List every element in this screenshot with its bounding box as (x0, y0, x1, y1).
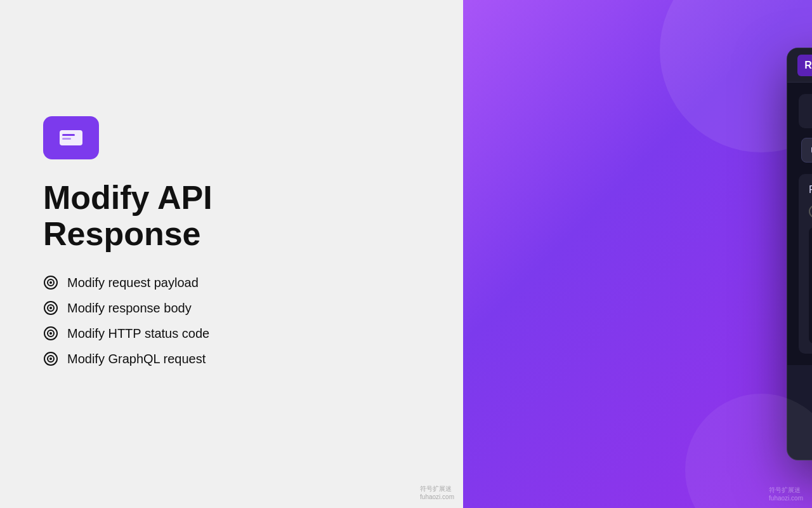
svg-point-8 (49, 307, 52, 309)
app-logo: R (797, 55, 812, 76)
svg-point-5 (49, 281, 52, 284)
svg-rect-2 (62, 138, 71, 140)
static-radio-option[interactable]: Static (809, 204, 812, 218)
if-request-bar[interactable]: If request ⌄ (799, 94, 812, 128)
list-item: Modify HTTP status code (43, 326, 463, 341)
list-item: Modify response body (43, 300, 463, 316)
code-editor[interactable]: 1 function modifyRequestBody(args) { 2 c… (809, 227, 812, 344)
svg-point-14 (49, 358, 52, 360)
svg-rect-1 (62, 134, 75, 136)
watermark-left: 符号扩展迷 fuhaozi.com (420, 485, 454, 500)
target-icon (43, 300, 58, 316)
url-dropdown[interactable]: URL ▾ (801, 138, 812, 163)
target-icon (43, 326, 58, 341)
window-content: If request ⌄ URL ▾ Contains ▾ example.co… (787, 83, 812, 365)
svg-rect-0 (60, 130, 82, 145)
redirect-section: Redirect to Static Programmatic (JavaScr… (799, 174, 812, 354)
app-window: R If request ⌄ (787, 48, 812, 460)
product-icon (43, 116, 99, 159)
list-item: Modify GraphQL request (43, 351, 463, 366)
svg-point-11 (49, 332, 52, 335)
redirect-label: Redirect to (809, 184, 812, 196)
static-radio-circle (809, 204, 812, 218)
target-icon (43, 351, 58, 366)
page-title: Modify API Response (43, 180, 284, 252)
feature-list: Modify request payload Modify response b… (43, 275, 463, 366)
target-icon (43, 275, 58, 290)
filter-row: URL ▾ Contains ▾ example.com (799, 137, 812, 163)
list-item: Modify request payload (43, 275, 463, 290)
title-bar: R (787, 48, 812, 83)
right-panel: R If request ⌄ (463, 0, 812, 508)
watermark-right: 符号扩展迷 fuhaozi.com (769, 486, 803, 502)
left-panel: Modify API Response Modify request paylo… (0, 0, 463, 508)
radio-row: Static Programmatic (JavaScript) (809, 204, 812, 218)
